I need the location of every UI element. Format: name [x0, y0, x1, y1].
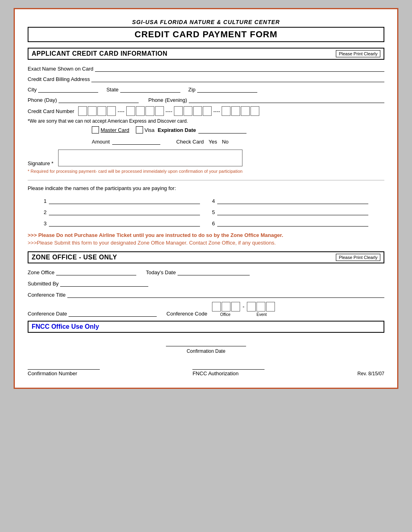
participant-input-3[interactable]: [49, 219, 200, 227]
print-clearly-1: Please Print Clearly: [336, 50, 380, 57]
submitted-by-label: Submitted By: [28, 281, 59, 287]
cc-dash-3: ----: [213, 108, 220, 114]
cc-box-14[interactable]: [231, 106, 240, 116]
phone-evening-label: Phone (Evening): [148, 97, 187, 103]
exact-name-input[interactable]: [95, 65, 384, 72]
conf-box-5[interactable]: [256, 302, 265, 312]
cc-box-12[interactable]: [203, 106, 212, 116]
zone-office-row: Zone Office Today's Date: [28, 268, 384, 275]
conference-code-boxes: - Office Event: [212, 302, 275, 317]
amount-section: Amount: [92, 138, 160, 145]
cc-box-9[interactable]: [174, 106, 183, 116]
confirmation-date-input[interactable]: [166, 339, 246, 346]
billing-address-row: Credit Card Billing Address: [28, 75, 384, 82]
yes-option: Yes: [208, 139, 217, 145]
amount-input[interactable]: [112, 138, 160, 145]
rev-label: Rev. 8/15/07: [357, 371, 384, 376]
cc-dash-2: ----: [166, 108, 172, 114]
cc-number-row: Credit Card Number ---- ---- ----: [28, 106, 384, 116]
participant-input-4[interactable]: [217, 197, 368, 204]
participant-row-1: 1: [44, 197, 200, 204]
todays-date-input[interactable]: [178, 268, 250, 275]
cc-box-10[interactable]: [184, 106, 192, 116]
participant-row-3: 3: [44, 219, 200, 227]
billing-address-input[interactable]: [91, 75, 384, 82]
conf-box-4[interactable]: [247, 302, 256, 312]
cc-box-2[interactable]: [88, 106, 97, 116]
cc-box-7[interactable]: [145, 106, 154, 116]
participants-label: Please indicate the names of the partici…: [28, 185, 384, 191]
conference-date-input[interactable]: [69, 309, 157, 317]
zone-office-label: Zone Office: [28, 269, 55, 275]
city-input[interactable]: [38, 85, 98, 93]
conference-title-input[interactable]: [67, 291, 384, 298]
participant-input-1[interactable]: [49, 197, 200, 204]
visa-checkbox[interactable]: [136, 126, 143, 134]
event-sub-label: Event: [248, 312, 275, 317]
participant-input-2[interactable]: [49, 208, 200, 215]
confirmation-number-input[interactable]: [28, 362, 100, 370]
todays-date-label: Today's Date: [146, 269, 176, 275]
participant-input-5[interactable]: [217, 208, 368, 215]
conf-box-1[interactable]: [212, 302, 221, 312]
visa-label: Visa: [145, 127, 155, 133]
confirmation-date-section: Confirmation Date: [28, 339, 384, 354]
amex-note: *We are sorry that we can not accept Ame…: [28, 118, 384, 124]
confirmation-number-section: Confirmation Number: [28, 362, 100, 376]
exact-name-row: Exact Name Shown on Card: [28, 65, 384, 72]
cc-box-11[interactable]: [193, 106, 202, 116]
cc-dash-1: ----: [117, 108, 124, 114]
expiration-input[interactable]: [198, 126, 246, 134]
conf-box-6[interactable]: [266, 302, 275, 312]
confirmation-number-label: Confirmation Number: [28, 370, 77, 376]
cc-box-5[interactable]: [126, 106, 135, 116]
conf-box-2[interactable]: [222, 302, 230, 312]
expiration-row: Expiration Date: [158, 126, 246, 134]
fncc-auth-input[interactable]: [192, 362, 265, 370]
cc-box-13[interactable]: [222, 106, 230, 116]
cc-box-15[interactable]: [241, 106, 250, 116]
section1-title: APPLICANT CREDIT CARD INFORMATION: [32, 50, 168, 57]
divider-1: [28, 180, 384, 180]
signature-box[interactable]: [58, 150, 242, 166]
zone-office-input[interactable]: [56, 268, 136, 275]
required-note: * Required for processing payment- card …: [28, 169, 384, 174]
amount-row: Amount Check Card Yes No: [28, 138, 384, 145]
airline-warning: >>> Please Do not Purchase Airline Ticke…: [28, 232, 384, 238]
fncc-auth-section: FNCC Authorization: [192, 362, 265, 376]
card-type-row: Master Card Visa Expiration Date: [28, 126, 384, 134]
conf-box-3[interactable]: [231, 302, 240, 312]
participant-row-2: 2: [44, 208, 200, 215]
mastercard-checkbox[interactable]: [92, 126, 99, 134]
section2-header: ZONE OFFICE - USE ONLY Please Print Clea…: [28, 251, 384, 263]
section1-header: APPLICANT CREDIT CARD INFORMATION Please…: [28, 48, 384, 60]
participant-input-6[interactable]: [217, 219, 368, 227]
section2-title: ZONE OFFICE - USE ONLY: [32, 254, 117, 261]
bottom-row: Confirmation Number FNCC Authorization R…: [28, 362, 384, 376]
cc-boxes: ---- ---- ----: [78, 106, 259, 116]
billing-address-label: Credit Card Billing Address: [28, 76, 90, 82]
office-sub-label: Office: [212, 312, 238, 317]
zip-input[interactable]: [197, 85, 257, 93]
cc-box-16[interactable]: [250, 106, 259, 116]
state-label: State: [106, 87, 118, 93]
check-card-label: Check Card: [176, 139, 204, 145]
cc-box-8[interactable]: [155, 106, 164, 116]
mastercard-label: Master Card: [101, 127, 129, 133]
cc-box-3[interactable]: [97, 106, 106, 116]
check-card-section: Check Card Yes No: [176, 139, 228, 145]
city-label: City: [28, 87, 36, 93]
state-input[interactable]: [120, 85, 180, 93]
phone-evening-input[interactable]: [189, 96, 384, 103]
conference-code-label: Conference Code: [166, 311, 207, 317]
cc-box-6[interactable]: [136, 106, 145, 116]
cc-box-1[interactable]: [78, 106, 87, 116]
participant-num-2: 2: [44, 209, 46, 215]
phone-day-input[interactable]: [59, 96, 139, 103]
submitted-by-input[interactable]: [60, 279, 148, 287]
signature-label: Signature *: [28, 160, 53, 166]
participants-grid: 1 4 2 5 3 6: [28, 197, 384, 227]
phone-day-label: Phone (Day): [28, 97, 57, 103]
cc-box-4[interactable]: [107, 106, 116, 116]
conference-title-row: Conference Title: [28, 291, 384, 298]
